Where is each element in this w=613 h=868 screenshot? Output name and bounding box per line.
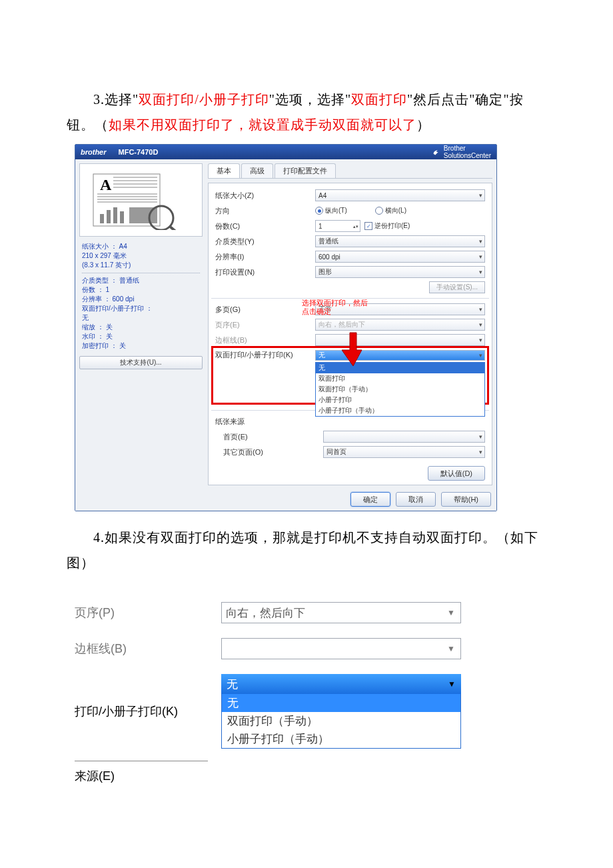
svg-text:A: A [100,176,112,193]
svg-line-16 [169,226,177,230]
combo-page-order: 向右，然后向下 [315,319,485,331]
tab-advanced[interactable]: 高级 [241,163,273,178]
manual-settings-button[interactable]: 手动设置(S)... [429,281,485,293]
label-multipage: 多页(G) [215,305,315,315]
tab-basic[interactable]: 基本 [208,163,240,178]
s2-label-order: 页序(P) [75,605,221,621]
combo-media[interactable]: 普通纸 [315,235,485,247]
s2-opt-booklet-manual[interactable]: 小册子打印（手动） [222,730,460,748]
combo-border [315,334,485,346]
paragraph-4: 4.如果没有双面打印的选项，那就是打印机不支持自动双面打印。（如下图） [67,525,546,575]
radio-landscape[interactable]: 横向(L) [375,206,406,215]
s2-duplex-dropdown[interactable]: 无 双面打印（手动） 小册子打印（手动） [221,694,461,749]
solutions-icon [432,147,441,157]
no-duplex-screenshot: 页序(P) 向右，然后向下▼ 边框线(B) .▼ 打印/小册子打印(K) 无▼ … [75,602,461,784]
s2-label-border: 边框线(B) [75,641,221,657]
label-page-order: 页序(E) [215,320,315,330]
label-paper-size: 纸张大小(Z) [215,191,315,201]
combo-print-settings[interactable]: 图形 [315,266,485,278]
svg-rect-12 [113,207,117,223]
model-label: MFC-7470D [119,148,159,156]
ok-button[interactable]: 确定 [350,492,390,507]
radio-portrait[interactable]: 纵向(T) [315,206,347,215]
svg-rect-13 [120,211,124,223]
label-media: 介质类型(Y) [215,237,315,247]
s2-opt-none[interactable]: 无 [222,694,460,712]
s2-label-duplex: 打印/小册子打印(K) [75,703,221,719]
spinner-copies[interactable]: 1 [315,220,360,232]
cancel-button[interactable]: 取消 [396,492,436,507]
label-border: 边框线(B) [215,335,315,345]
label-first-page: 首页(E) [215,432,323,442]
s2-combo-duplex[interactable]: 无▼ [221,674,461,694]
label-print-settings: 打印设置(N) [215,267,315,277]
annotation-arrow-icon [342,331,364,367]
s2-opt-duplex-manual[interactable]: 双面打印（手动） [222,712,460,730]
opt-duplex-manual[interactable]: 双面打印（手动） [316,384,484,395]
dialog-header: brother MFC-7470D BrotherSolutionsCenter [75,145,496,159]
opt-duplex[interactable]: 双面打印 [316,373,484,384]
default-button[interactable]: 默认值(D) [428,466,485,481]
help-button[interactable]: 帮助(H) [441,492,491,507]
combo-other-pages[interactable]: 同首页 [323,446,485,458]
tech-support-button[interactable]: 技术支持(U)... [79,356,203,369]
brand-logo: brother [81,148,107,156]
label-source: 纸张来源 [215,417,315,427]
combo-first-page[interactable] [323,431,485,443]
page-preview: A [79,163,203,237]
combo-resolution[interactable]: 600 dpi [315,251,485,263]
label-other-pages: 其它页面(O) [215,447,323,457]
annotation-text: 选择双面打印，然后点击确定 [302,299,368,316]
label-resolution: 分辨率(I) [215,252,315,262]
solutions-center-link[interactable]: BrotherSolutionsCenter [432,145,491,159]
combo-paper-size[interactable]: A4 [315,189,485,201]
tab-bar: 基本 高级 打印配置文件 [208,163,492,179]
checkbox-reverse[interactable]: ✓逆份打印(E) [364,221,410,231]
s2-combo-order: 向右，然后向下▼ [221,602,461,623]
opt-booklet-manual[interactable]: 小册子打印（手动） [316,405,484,416]
duplex-dropdown[interactable]: 无 双面打印 双面打印（手动） 小册子打印 小册子打印（手动） [315,362,485,417]
paragraph-3: 3.选择"双面打印/小册子打印"选项，选择"双面打印"然后点击"确定"按钮。（如… [67,87,546,137]
opt-none[interactable]: 无 [316,363,484,373]
preview-metadata: 纸张大小 ： A4 210 x 297 毫米 (8.3 x 11.7 英寸) 介… [79,241,203,352]
s2-label-source: 来源(E) [75,768,221,784]
opt-booklet[interactable]: 小册子打印 [316,395,484,405]
label-orientation: 方向 [215,206,315,216]
svg-rect-11 [107,210,111,223]
label-copies: 份数(C) [215,221,315,231]
brother-dialog-screenshot: brother MFC-7470D BrotherSolutionsCenter… [75,144,497,511]
s2-combo-border: .▼ [221,638,461,659]
svg-rect-10 [100,214,104,223]
tab-profile[interactable]: 打印配置文件 [275,163,336,178]
